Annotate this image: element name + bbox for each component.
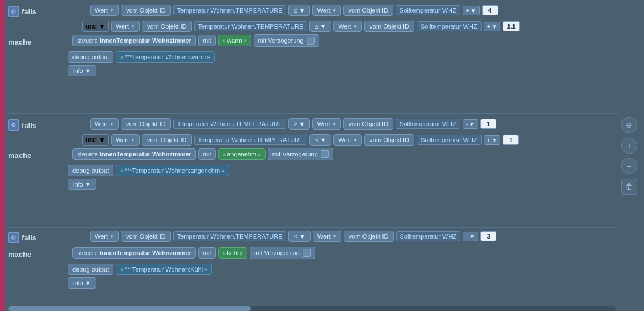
block1-obj2-name: Temperatur Wohnen.TEMPERATURE	[194, 21, 308, 31]
block1-debug-str: « ***Temperatur Wohnen:warm »	[116, 51, 214, 63]
block3-info-btn[interactable]: info ▼	[68, 277, 96, 289]
trash-btn[interactable]: 🗑	[621, 179, 637, 195]
block2-cond1: Wert ▼ vom Objekt ID Temperatur Wohnen.T…	[90, 118, 496, 132]
block2-vom-obj1r: vom Objekt ID	[343, 118, 393, 130]
block3-vom-obj1: vom Objekt ID	[121, 231, 171, 242]
crosshair-btn[interactable]: ⊕	[621, 117, 637, 133]
block1-gear-icon[interactable]: ⚙	[8, 6, 19, 17]
block2-mache-label: mache	[8, 151, 31, 160]
block3-obj1-name: Temperatur Wohnen.TEMPERATURE	[173, 231, 287, 241]
left-accent-bar	[0, 0, 5, 311]
block1-mache-row: mache steuere InnenTemperatur Wohnzimmer…	[8, 34, 520, 49]
block2-debug-label: debug output	[68, 165, 113, 176]
block1-mache-label: mache	[8, 38, 31, 46]
block2-info-btn[interactable]: info ▼	[68, 179, 96, 190]
zoom-in-btn[interactable]: +	[621, 138, 637, 154]
scroll-thumb[interactable]	[8, 306, 251, 311]
block3-action: steuere InnenTemperatur Wohnzimmer mit «…	[72, 247, 315, 261]
block2-pm2[interactable]: + ▼	[484, 135, 501, 145]
block3-str-val[interactable]: « kühl »	[218, 247, 247, 259]
block1-wert2r-pill[interactable]: Wert ▼	[333, 21, 362, 32]
block1-vom-obj2r: vom Objekt ID	[364, 21, 414, 32]
block3-pm1[interactable]: - ▼	[463, 232, 478, 241]
block1-mit: mit	[198, 35, 216, 46]
block3-debug-row: debug output « ***Temperatur Wohnen:Kühl…	[68, 264, 496, 275]
block1-val2[interactable]: 1.1	[503, 21, 519, 31]
block2-obj2-name: Temperatur Wohnen.TEMPERATURE	[194, 135, 308, 145]
block3-delay-checkbox[interactable]	[303, 249, 311, 257]
block3-info-row: info ▼	[68, 277, 496, 289]
block2-debug-str: « ***Temperatur Wohnen:angenehm »	[116, 165, 229, 176]
block1-debug-row: debug output « ***Temperatur Wohnen:warm…	[68, 51, 520, 63]
block3-wert1r-pill[interactable]: Wert ▼	[313, 231, 341, 242]
block3-steuere: steuere InnenTemperatur Wohnzimmer	[72, 247, 196, 259]
block1-action: steuere InnenTemperatur Wohnzimmer mit «…	[72, 34, 319, 49]
block1-pm2[interactable]: + ▼	[484, 22, 501, 31]
block3-mit: mit	[198, 247, 216, 259]
block-3: ⚙ falls Wert ▼ vom Objekt ID Temperatur …	[8, 231, 496, 291]
block1-str-val[interactable]: « warm »	[218, 35, 251, 46]
block3-gear-icon[interactable]: ⚙	[8, 232, 19, 243]
block1-obj1-name: Temperatur Wohnen.TEMPERATURE	[173, 5, 287, 15]
block3-delay: mit Verzögerung	[250, 247, 315, 259]
block3-falls-label: falls	[22, 233, 36, 242]
block2-steuere: steuere InnenTemperatur Wohnzimmer	[72, 148, 196, 160]
block2-val2[interactable]: 1	[503, 135, 519, 145]
block1-debug-label: debug output	[68, 51, 113, 63]
zoom-out-btn[interactable]: −	[621, 158, 637, 174]
block2-und-btn[interactable]: und ▼	[82, 134, 109, 146]
block2-obj1-name: Temperatur Wohnen.TEMPERATURE	[173, 119, 287, 129]
block3-mache-row: mache steuere InnenTemperatur Wohnzimmer…	[8, 247, 496, 261]
block2-op2[interactable]: ≤ ▼	[309, 134, 331, 146]
block3-obj1r-name: Solltemperatur WHZ	[396, 231, 461, 241]
block3-debug-str: « ***Temperatur Wohnen:Kühl »	[116, 264, 212, 275]
block3-cond1: Wert ▼ vom Objekt ID Temperatur Wohnen.T…	[90, 231, 496, 244]
block1-vom-obj1r: vom Objekt ID	[343, 5, 393, 16]
block2-wert2r-pill[interactable]: Wert ▼	[333, 134, 362, 146]
block2-obj1r-name: Solltemperatur WHZ	[396, 119, 460, 129]
block3-op1[interactable]: < ▼	[288, 231, 310, 242]
block1-falls-row: ⚙ falls Wert ▼ vom Objekt ID Temperatur …	[8, 5, 520, 18]
block1-op1[interactable]: ≤ ▼	[288, 5, 310, 16]
block2-vom-obj2: vom Objekt ID	[142, 134, 192, 146]
block2-wert1-pill[interactable]: Wert ▼	[90, 118, 119, 130]
block1-wert2-pill[interactable]: Wert ▼	[111, 21, 140, 32]
block2-str-val[interactable]: « angenehm »	[218, 148, 266, 160]
block2-mit: mit	[198, 148, 216, 160]
block1-falls-label: falls	[22, 7, 36, 16]
block-1: ⚙ falls Wert ▼ vom Objekt ID Temperatur …	[8, 5, 520, 79]
block3-wert1-pill[interactable]: Wert ▼	[90, 231, 119, 242]
block1-info-btn[interactable]: info ▼	[68, 65, 96, 76]
block3-falls-row: ⚙ falls Wert ▼ vom Objekt ID Temperatur …	[8, 231, 496, 244]
block1-delay-checkbox[interactable]	[307, 37, 315, 45]
block2-delay-checkbox[interactable]	[321, 150, 329, 158]
block1-und-row: und ▼ Wert ▼ vom Objekt ID Temperatur Wo…	[82, 21, 520, 32]
block1-obj1r-name: Solltemperatur WHZ	[396, 5, 460, 15]
block2-delay: mit Verzögerung	[268, 148, 333, 160]
block1-wert1-pill[interactable]: Wert ▼	[90, 5, 119, 16]
block1-op2[interactable]: ≥ ▼	[309, 21, 331, 32]
block1-vom-obj2: vom Objekt ID	[142, 21, 192, 32]
block2-op1[interactable]: ≥ ▼	[288, 118, 310, 130]
main-canvas: ⚙ falls Wert ▼ vom Objekt ID Temperatur …	[0, 0, 644, 311]
block2-wert1r-pill[interactable]: Wert ▼	[312, 118, 341, 130]
block1-val1[interactable]: 4	[482, 5, 498, 15]
block2-pm1[interactable]: - ▼	[463, 119, 478, 129]
block2-action: steuere InnenTemperatur Wohnzimmer mit «…	[72, 148, 333, 163]
block2-falls-row: ⚙ falls Wert ▼ vom Objekt ID Temperatur …	[8, 118, 519, 132]
block2-info-row: info ▼	[68, 179, 519, 190]
block1-info-row: info ▼	[68, 65, 520, 76]
horizontal-scrollbar[interactable]	[8, 306, 616, 311]
block1-und-btn[interactable]: und ▼	[82, 21, 109, 32]
divider-1	[8, 113, 616, 114]
block3-val1[interactable]: 3	[480, 231, 496, 241]
block2-val1[interactable]: 1	[480, 119, 496, 129]
block2-wert2-pill[interactable]: Wert ▼	[111, 134, 140, 146]
block2-und-row: und ▼ Wert ▼ vom Objekt ID Temperatur Wo…	[82, 134, 519, 146]
block1-obj2r-name: Solltemperatur WHZ	[417, 21, 482, 31]
divider-2	[8, 227, 616, 228]
block2-gear-icon[interactable]: ⚙	[8, 119, 19, 131]
block1-pm1[interactable]: + ▼	[463, 6, 480, 15]
block1-wert1r-pill[interactable]: Wert ▼	[312, 5, 341, 16]
block1-cond1: Wert ▼ vom Objekt ID Temperatur Wohnen.T…	[90, 5, 498, 18]
